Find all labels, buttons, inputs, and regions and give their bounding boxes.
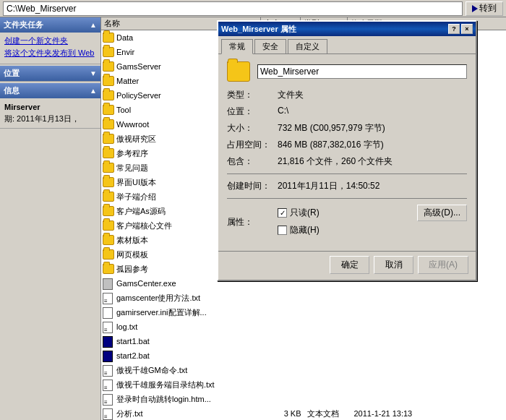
prop-row-location: 位置： C:\	[227, 106, 467, 118]
folder-icon	[103, 61, 114, 72]
list-item[interactable]: start1.bat	[101, 334, 506, 348]
list-item[interactable]: gamirserver.ini配置详解...	[101, 305, 506, 320]
readonly-checkbox[interactable]	[278, 208, 287, 218]
prop-row-contains: 包含： 21,816 个文件，260 个文件夹	[227, 155, 467, 168]
ok-button[interactable]: 确定	[330, 256, 369, 274]
advanced-button[interactable]: 高级(D)...	[417, 205, 467, 221]
prop-label-attributes: 属性：	[227, 216, 278, 228]
folder-icon	[103, 32, 114, 43]
file-size: 3 KB	[267, 407, 307, 420]
list-item[interactable]: start2.bat	[101, 348, 506, 363]
folder-icon	[103, 104, 114, 116]
prop-value-contains: 21,816 个文件，260 个文件夹	[278, 155, 393, 168]
readonly-label: 只读(R)	[290, 207, 320, 219]
sidebar-header-label: 文件夹任务	[4, 20, 43, 30]
address-bar: 转到	[0, 0, 506, 17]
list-item[interactable]: gamscenter使用方法.txt	[101, 291, 506, 305]
txt-icon	[103, 408, 114, 419]
sidebar: 文件夹任务 ▲ 创建一个新文件夹 将这个文件夹发布到 Web 位置 ▼ 信息	[0, 17, 101, 420]
prop-row-created: 创建时间： 2011年1月11日，14:50:52	[227, 180, 467, 192]
sidebar-content-file-tasks: 创建一个新文件夹 将这个文件夹发布到 Web	[0, 33, 100, 64]
sidebar-link-new-folder[interactable]: 创建一个新文件夹	[4, 35, 96, 46]
prop-row-disk: 占用空间： 846 MB (887,382,016 字节)	[227, 139, 467, 151]
dialog-title: Web_Mirserver 属性	[221, 24, 296, 35]
collapse-icon: ▲	[90, 21, 97, 29]
dialog-tabs: 常规 安全 自定义	[218, 36, 476, 54]
sidebar-section-location: 位置 ▼	[0, 66, 100, 82]
txt-icon	[103, 292, 114, 304]
folder-icon	[103, 75, 114, 87]
cancel-button[interactable]: 取消	[374, 256, 413, 274]
attr-row-readonly: 只读(R) 高级(D)...	[278, 205, 467, 221]
dialog-title-buttons: ? ×	[448, 24, 473, 34]
folder-icon	[103, 46, 114, 58]
dialog-titlebar: Web_Mirserver 属性 ? ×	[218, 22, 476, 36]
folder-icon	[103, 147, 114, 159]
prop-label-type: 类型：	[227, 89, 278, 101]
folder-icon	[103, 90, 114, 101]
dialog-name-input[interactable]	[257, 64, 467, 79]
file-name: 傲视千雄GM命令.txt	[116, 364, 267, 377]
folder-icon	[103, 162, 114, 173]
sidebar-header-file-tasks[interactable]: 文件夹任务 ▲	[0, 17, 100, 33]
file-name: 分析.txt	[116, 407, 267, 420]
list-item[interactable]: 傲视千雄服务端目录结构.txt	[101, 377, 506, 392]
collapse-icon-info: ▲	[90, 87, 97, 95]
dialog-folder-icon	[227, 61, 250, 82]
file-type: 文本文档	[307, 407, 354, 420]
dialog-divider-1	[227, 173, 467, 174]
list-item[interactable]: 分析.txt3 KB文本文档2011-1-21 13:13	[101, 406, 506, 420]
tab-custom[interactable]: 自定义	[288, 39, 327, 53]
tab-security[interactable]: 安全	[254, 39, 286, 53]
address-input[interactable]	[3, 1, 463, 16]
tab-general[interactable]: 常规	[221, 39, 253, 54]
prop-value-type: 文件夹	[278, 89, 304, 101]
txt-icon	[103, 321, 114, 333]
dialog-footer: 确定 取消 应用(A)	[218, 251, 476, 280]
dialog-filename-row	[227, 61, 467, 82]
prop-label-contains: 包含：	[227, 155, 278, 168]
sidebar-section-file-tasks: 文件夹任务 ▲ 创建一个新文件夹 将这个文件夹发布到 Web	[0, 17, 100, 64]
info-name: Mirserver	[4, 101, 96, 113]
folder-icon	[103, 263, 114, 275]
dialog-help-button[interactable]: ?	[448, 24, 460, 34]
file-name: gamscenter使用方法.txt	[116, 291, 267, 304]
sidebar-header-info[interactable]: 信息 ▲	[0, 83, 100, 98]
file-name: gamirserver.ini配置详解...	[116, 306, 267, 319]
prop-label-location: 位置：	[227, 106, 278, 118]
dialog-close-button[interactable]: ×	[461, 24, 473, 34]
txt-icon	[103, 379, 114, 390]
apply-button[interactable]: 应用(A)	[418, 256, 468, 274]
attributes-container: 只读(R) 高级(D)... 隐藏(H)	[278, 205, 467, 239]
info-date: 期: 2011年1月13日，	[4, 113, 96, 125]
hidden-label: 隐藏(H)	[290, 224, 320, 236]
folder-icon	[103, 205, 114, 217]
dialog-body: 类型： 文件夹 位置： C:\ 大小： 732 MB (C00,957,979 …	[218, 54, 476, 251]
properties-dialog: Web_Mirserver 属性 ? × 常规 安全 自定义 类型： 文件夹	[217, 20, 477, 281]
file-name: 傲视千雄服务端目录结构.txt	[116, 378, 267, 391]
list-item[interactable]: log.txt	[101, 320, 506, 334]
folder-icon	[103, 191, 114, 202]
go-button[interactable]: 转到	[466, 1, 503, 16]
prop-value-created: 2011年1月11日，14:50:52	[278, 180, 380, 192]
txt-icon	[103, 364, 114, 376]
sidebar-link-publish[interactable]: 将这个文件夹发布到 Web	[4, 48, 96, 58]
folder-icon	[103, 176, 114, 188]
sidebar-header-label-info: 信息	[4, 85, 20, 96]
file-date: 2011-1-21 13:13	[354, 407, 505, 420]
dialog-divider-2	[227, 198, 467, 199]
attr-row-hidden: 隐藏(H)	[278, 224, 467, 236]
list-item[interactable]: 傲视千雄GM命令.txt	[101, 363, 506, 377]
prop-row-attributes: 属性： 只读(R) 高级(D)... 隐藏(H)	[227, 205, 467, 239]
sidebar-header-location[interactable]: 位置 ▼	[0, 66, 100, 81]
list-item[interactable]: 登录时自动跳转login.htm...	[101, 392, 506, 406]
prop-label-created: 创建时间：	[227, 180, 278, 192]
bat-icon	[103, 350, 114, 361]
hidden-checkbox[interactable]	[278, 226, 287, 235]
bat-icon	[103, 335, 114, 347]
prop-row-type: 类型： 文件夹	[227, 89, 467, 101]
prop-row-size: 大小： 732 MB (C00,957,979 字节)	[227, 122, 467, 134]
folder-icon	[103, 234, 114, 246]
exe-icon	[103, 278, 114, 289]
file-name: 登录时自动跳转login.htm...	[116, 393, 267, 406]
